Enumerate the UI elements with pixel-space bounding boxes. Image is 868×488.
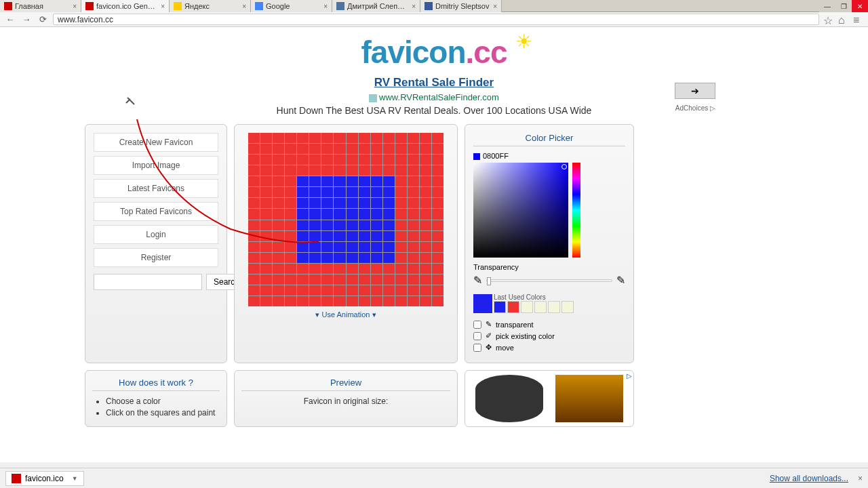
pixel-cell[interactable] — [383, 274, 395, 285]
pixel-cell[interactable] — [297, 242, 309, 252]
pixel-cell[interactable] — [383, 198, 395, 208]
pixel-cell[interactable] — [248, 274, 260, 285]
browser-tab-2[interactable]: Яндекс× — [170, 0, 251, 12]
pixel-cell[interactable] — [420, 209, 431, 219]
pixel-cell[interactable] — [260, 231, 272, 241]
pixel-cell[interactable] — [371, 220, 382, 230]
pixel-cell[interactable] — [297, 231, 309, 241]
pixel-cell[interactable] — [347, 176, 358, 186]
pixel-cell[interactable] — [321, 220, 333, 230]
ad-product-2[interactable] — [555, 375, 623, 422]
pixel-cell[interactable] — [371, 285, 382, 296]
pixel-cell[interactable] — [395, 296, 407, 306]
pixel-cell[interactable] — [347, 165, 358, 176]
pixel-cell[interactable] — [297, 165, 309, 176]
pixel-cell[interactable] — [334, 296, 345, 306]
pixel-cell[interactable] — [321, 231, 333, 241]
pixel-cell[interactable] — [408, 264, 419, 274]
reload-button[interactable]: ⟳ — [37, 14, 49, 26]
pixel-cell[interactable] — [420, 231, 431, 241]
forward-button[interactable]: → — [20, 14, 33, 26]
browser-tab-4[interactable]: Дмитрий Слепцов× — [332, 0, 420, 12]
product-ad-panel[interactable]: ▷ — [465, 370, 634, 427]
pixel-cell[interactable] — [395, 264, 407, 274]
pixel-cell[interactable] — [395, 274, 407, 285]
top-rated-button[interactable]: Top Rated Favicons — [94, 202, 218, 221]
home-icon[interactable]: ⌂ — [838, 14, 849, 25]
pixel-cell[interactable] — [371, 274, 382, 285]
move-checkbox[interactable] — [473, 344, 481, 352]
pixel-cell[interactable] — [371, 264, 382, 274]
pixel-cell[interactable] — [321, 296, 333, 306]
pixel-cell[interactable] — [371, 165, 382, 176]
tab-close-icon[interactable]: × — [242, 3, 246, 10]
pixel-cell[interactable] — [395, 155, 407, 165]
pixel-cell[interactable] — [347, 274, 358, 285]
pixel-cell[interactable] — [248, 176, 260, 186]
pixel-cell[interactable] — [260, 296, 272, 306]
pixel-cell[interactable] — [309, 176, 321, 186]
pixel-cell[interactable] — [408, 274, 419, 285]
pixel-cell[interactable] — [347, 187, 358, 197]
pixel-cell[interactable] — [371, 155, 382, 165]
pixel-grid[interactable] — [248, 133, 443, 306]
pixel-cell[interactable] — [432, 209, 443, 219]
pixel-cell[interactable] — [383, 264, 395, 274]
pixel-cell[interactable] — [359, 296, 370, 306]
transparency-slider[interactable] — [486, 279, 612, 282]
pixel-cell[interactable] — [248, 198, 260, 208]
pixel-cell[interactable] — [334, 155, 345, 165]
pixel-cell[interactable] — [371, 296, 382, 306]
pixel-cell[interactable] — [383, 133, 395, 143]
pixel-cell[interactable] — [297, 187, 309, 197]
pixel-cell[interactable] — [420, 285, 431, 296]
pixel-cell[interactable] — [248, 133, 260, 143]
pixel-cell[interactable] — [248, 285, 260, 296]
pixel-cell[interactable] — [297, 209, 309, 219]
browser-tab-5[interactable]: Dmitriy Sleptsov× — [420, 0, 502, 12]
pixel-cell[interactable] — [359, 144, 370, 154]
primary-color-swatch[interactable] — [473, 294, 492, 313]
pixel-cell[interactable] — [334, 264, 345, 274]
pixel-cell[interactable] — [273, 165, 284, 176]
star-icon[interactable]: ☆ — [823, 14, 834, 25]
pixel-cell[interactable] — [395, 176, 407, 186]
pick-color-checkbox[interactable] — [473, 332, 481, 340]
pixel-cell[interactable] — [359, 176, 370, 186]
color-swatch[interactable] — [507, 301, 519, 313]
pixel-cell[interactable] — [248, 231, 260, 241]
tab-close-icon[interactable]: × — [493, 3, 497, 10]
pixel-cell[interactable] — [273, 144, 284, 154]
pixel-cell[interactable] — [420, 176, 431, 186]
pixel-cell[interactable] — [285, 253, 296, 263]
pixel-cell[interactable] — [359, 242, 370, 252]
back-button[interactable]: ← — [4, 14, 16, 26]
pixel-cell[interactable] — [285, 285, 296, 296]
pixel-cell[interactable] — [309, 296, 321, 306]
adchoices-label[interactable]: AdChoices ▷ — [675, 104, 715, 112]
pixel-cell[interactable] — [432, 231, 443, 241]
pixel-cell[interactable] — [273, 296, 284, 306]
pixel-cell[interactable] — [297, 285, 309, 296]
pixel-cell[interactable] — [347, 144, 358, 154]
pixel-cell[interactable] — [297, 253, 309, 263]
tab-close-icon[interactable]: × — [412, 3, 416, 10]
pixel-cell[interactable] — [383, 220, 395, 230]
pixel-cell[interactable] — [359, 220, 370, 230]
pixel-cell[interactable] — [395, 133, 407, 143]
pixel-cell[interactable] — [273, 253, 284, 263]
pixel-cell[interactable] — [334, 253, 345, 263]
pixel-cell[interactable] — [408, 285, 419, 296]
pixel-cell[interactable] — [408, 176, 419, 186]
pixel-cell[interactable] — [432, 296, 443, 306]
pixel-cell[interactable] — [260, 133, 272, 143]
download-item[interactable]: favicon.ico ▼ — [5, 471, 84, 486]
pixel-cell[interactable] — [347, 264, 358, 274]
pixel-cell[interactable] — [395, 285, 407, 296]
pixel-cell[interactable] — [383, 285, 395, 296]
pixel-cell[interactable] — [285, 274, 296, 285]
pixel-cell[interactable] — [273, 231, 284, 241]
pixel-cell[interactable] — [273, 187, 284, 197]
pixel-cell[interactable] — [297, 220, 309, 230]
pixel-cell[interactable] — [420, 165, 431, 176]
